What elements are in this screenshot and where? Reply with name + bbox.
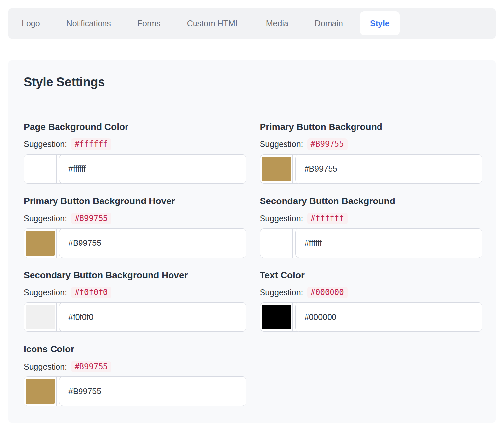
color-control xyxy=(24,376,246,406)
color-picker[interactable] xyxy=(24,377,57,406)
color-swatch xyxy=(26,157,55,181)
field-page-background-color: Page Background Color Suggestion: #fffff… xyxy=(24,122,246,184)
suggestion-row: Suggestion: #f0f0f0 xyxy=(24,287,246,299)
tab-forms[interactable]: Forms xyxy=(137,19,161,28)
style-settings-panel: Style Settings Page Background Color Sug… xyxy=(8,60,496,423)
tab-style[interactable]: Style xyxy=(360,11,400,35)
page-title: Style Settings xyxy=(24,75,480,89)
suggestion-value: #B99755 xyxy=(307,138,348,150)
tab-domain[interactable]: Domain xyxy=(315,19,343,28)
color-picker[interactable] xyxy=(24,155,57,183)
color-control xyxy=(24,302,246,332)
color-picker[interactable] xyxy=(24,303,57,331)
tab-notifications[interactable]: Notifications xyxy=(66,19,111,28)
field-label: Icons Color xyxy=(24,344,246,354)
color-swatch xyxy=(26,231,55,256)
hex-input[interactable] xyxy=(295,154,483,184)
field-secondary-button-background: Secondary Button Background Suggestion: … xyxy=(260,196,483,258)
color-control xyxy=(24,228,246,258)
color-swatch xyxy=(26,305,55,329)
tab-custom-html[interactable]: Custom HTML xyxy=(187,19,240,28)
settings-tabbar: Logo Notifications Forms Custom HTML Med… xyxy=(8,8,496,39)
suggestion-row: Suggestion: #000000 xyxy=(260,287,483,299)
suggestion-value: #ffffff xyxy=(71,138,111,150)
hex-input[interactable] xyxy=(59,154,246,184)
field-label: Primary Button Background xyxy=(260,122,483,132)
color-swatch xyxy=(262,231,291,256)
tab-media[interactable]: Media xyxy=(266,19,288,28)
suggestion-label: Suggestion: xyxy=(24,214,67,223)
suggestion-row: Suggestion: #B99755 xyxy=(24,361,246,373)
fields-grid: Page Background Color Suggestion: #fffff… xyxy=(8,102,496,423)
suggestion-value: #f0f0f0 xyxy=(71,287,111,299)
field-text-color: Text Color Suggestion: #000000 xyxy=(260,270,483,332)
field-primary-button-background: Primary Button Background Suggestion: #B… xyxy=(260,122,483,184)
suggestion-value: #B99755 xyxy=(71,213,111,224)
hex-input[interactable] xyxy=(59,376,246,406)
tab-logo[interactable]: Logo xyxy=(22,19,40,28)
field-label: Text Color xyxy=(260,270,483,281)
color-swatch xyxy=(26,379,55,404)
field-icons-color: Icons Color Suggestion: #B99755 xyxy=(24,344,246,406)
suggestion-label: Suggestion: xyxy=(260,139,303,149)
color-swatch xyxy=(262,157,291,181)
suggestion-row: Suggestion: #B99755 xyxy=(24,213,246,224)
color-picker[interactable] xyxy=(260,229,293,258)
suggestion-label: Suggestion: xyxy=(260,214,303,223)
color-control xyxy=(260,154,483,184)
field-label: Primary Button Background Hover xyxy=(24,196,246,206)
color-control xyxy=(24,154,246,184)
color-picker[interactable] xyxy=(260,155,293,183)
color-control xyxy=(260,302,483,332)
field-label: Secondary Button Background xyxy=(260,196,483,206)
suggestion-row: Suggestion: #ffffff xyxy=(24,138,246,150)
hex-input[interactable] xyxy=(295,228,483,258)
hex-input[interactable] xyxy=(59,302,246,332)
color-picker[interactable] xyxy=(24,229,57,258)
suggestion-label: Suggestion: xyxy=(24,288,67,297)
color-control xyxy=(260,228,483,258)
suggestion-value: #000000 xyxy=(307,287,348,299)
suggestion-value: #ffffff xyxy=(307,213,348,224)
suggestion-label: Suggestion: xyxy=(24,362,67,371)
suggestion-label: Suggestion: xyxy=(24,139,67,149)
suggestion-label: Suggestion: xyxy=(260,288,303,297)
hex-input[interactable] xyxy=(59,228,246,258)
panel-header: Style Settings xyxy=(8,60,496,102)
color-swatch xyxy=(262,305,291,329)
color-picker[interactable] xyxy=(260,303,293,331)
suggestion-row: Suggestion: #B99755 xyxy=(260,138,483,150)
hex-input[interactable] xyxy=(295,302,483,332)
field-secondary-button-background-hover: Secondary Button Background Hover Sugges… xyxy=(24,270,246,332)
suggestion-value: #B99755 xyxy=(71,361,111,373)
field-label: Secondary Button Background Hover xyxy=(24,270,246,281)
suggestion-row: Suggestion: #ffffff xyxy=(260,213,483,224)
field-label: Page Background Color xyxy=(24,122,246,132)
field-primary-button-background-hover: Primary Button Background Hover Suggesti… xyxy=(24,196,246,258)
